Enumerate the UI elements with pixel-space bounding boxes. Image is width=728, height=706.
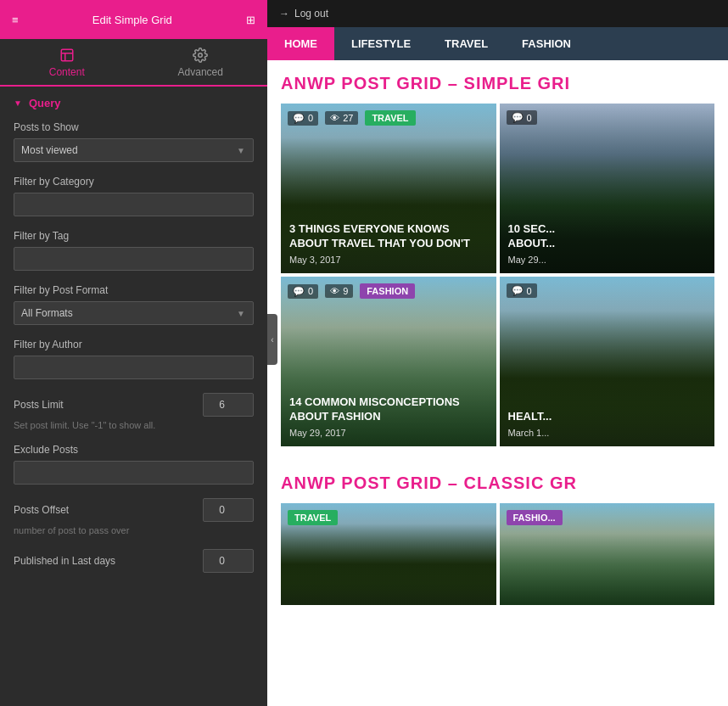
posts-limit-hint: Set post limit. Use "-1" to show all.: [14, 420, 254, 430]
post-title-2: 10 SEC...ABOUT...: [508, 222, 707, 251]
classic-post-card-1[interactable]: TRAVEL: [281, 503, 496, 605]
view-count-1: 27: [343, 113, 353, 123]
classic-grid-section: ANWP POST GRID – CLASSIC GR TRAVEL: [267, 460, 728, 619]
post-meta-top-3: 💬 0 👁 9 FASHION: [288, 283, 415, 299]
filter-by-category-group: Filter by Category: [14, 176, 254, 216]
right-panel: → Log out HOME LIFESTYLE TRAVEL FASHION …: [267, 0, 728, 706]
classic-meta-1: TRAVEL: [288, 510, 338, 525]
filter-by-author-label: Filter by Author: [14, 339, 254, 350]
view-icon-1: 👁: [330, 113, 339, 123]
left-panel: ≡ Edit Simple Grid ⊞ Content Advanced ▼ …: [0, 0, 267, 706]
filter-by-post-format-select[interactable]: All Formats Standard Image Video Gallery: [14, 301, 254, 325]
tab-advanced-label: Advanced: [178, 66, 223, 78]
filter-by-post-format-group: Filter by Post Format All Formats Standa…: [14, 284, 254, 325]
post-title-3: 14 COMMON MISCONCEPTIONS ABOUT FASHION: [289, 395, 488, 424]
svg-point-3: [199, 53, 203, 58]
category-badge-3: FASHION: [360, 283, 415, 299]
filter-by-tag-group: Filter by Tag: [14, 230, 254, 271]
hamburger-icon[interactable]: ≡: [12, 14, 19, 26]
comment-icon-1: 💬: [293, 113, 305, 124]
posts-limit-label: Posts Limit: [14, 399, 203, 411]
site-nav: HOME LIFESTYLE TRAVEL FASHION: [267, 27, 728, 60]
posts-offset-group: Posts Offset number of post to pass over: [14, 498, 254, 535]
classic-category-1: TRAVEL: [288, 510, 338, 525]
comment-count-3: 0: [308, 286, 313, 296]
query-section-label: Query: [29, 97, 61, 109]
logout-button[interactable]: → Log out: [279, 8, 328, 20]
panel-content: ▼ Query Posts to Show Most viewed Latest…: [0, 87, 267, 706]
posts-offset-input[interactable]: [203, 498, 254, 522]
post-title-4: HEALT...: [508, 410, 707, 424]
nav-item-travel[interactable]: TRAVEL: [428, 27, 505, 60]
published-in-last-days-group: Published in Last days: [14, 549, 254, 573]
tab-content[interactable]: Content: [0, 39, 134, 87]
view-badge-3: 👁 9: [325, 284, 353, 298]
comment-badge-1: 💬 0: [288, 111, 318, 126]
top-bar: ≡ Edit Simple Grid ⊞: [0, 0, 267, 39]
filter-by-post-format-label: Filter by Post Format: [14, 284, 254, 296]
panel-title: Edit Simple Grid: [92, 14, 172, 26]
svg-rect-0: [61, 49, 73, 61]
published-in-last-days-input[interactable]: [203, 549, 254, 573]
tabs: Content Advanced: [0, 39, 267, 87]
simple-grid-section: ANWP POST GRID – SIMPLE GRI 💬 0 👁: [267, 60, 728, 460]
post-date-4: March 1...: [508, 428, 707, 438]
comment-icon-3: 💬: [293, 286, 305, 297]
tab-advanced[interactable]: Advanced: [134, 39, 268, 85]
settings-icon: [193, 48, 208, 63]
post-date-2: May 29...: [508, 255, 707, 265]
comment-count-2: 0: [527, 113, 532, 123]
classic-category-2: FASHIO...: [507, 510, 563, 525]
query-section-header[interactable]: ▼ Query: [14, 97, 254, 109]
published-in-last-days-label: Published in Last days: [14, 555, 203, 567]
filter-by-author-input[interactable]: [14, 356, 254, 379]
comment-badge-3: 💬 0: [288, 284, 318, 299]
posts-limit-group: Posts Limit Set post limit. Use "-1" to …: [14, 393, 254, 430]
filter-by-author-group: Filter by Author: [14, 339, 254, 379]
filter-by-tag-label: Filter by Tag: [14, 230, 254, 242]
nav-item-lifestyle[interactable]: LIFESTYLE: [334, 27, 428, 60]
classic-grid-title: ANWP POST GRID – CLASSIC GR: [281, 473, 714, 493]
logout-label: Log out: [294, 8, 328, 20]
classic-meta-2: FASHIO...: [507, 510, 563, 525]
posts-to-show-label: Posts to Show: [14, 121, 254, 133]
exclude-posts-group: Exclude Posts: [14, 444, 254, 485]
classic-post-card-2[interactable]: FASHIO...: [500, 503, 715, 605]
exclude-posts-input[interactable]: [14, 461, 254, 485]
collapse-handle[interactable]: ‹: [267, 314, 277, 365]
post-card-1[interactable]: 💬 0 👁 27 TRAVEL 3 THINGS EVERYONE KNOWS …: [281, 104, 496, 273]
post-meta-top-1: 💬 0 👁 27 TRAVEL: [288, 110, 416, 126]
view-icon-3: 👁: [330, 286, 339, 296]
post-meta-top-4: 💬 0: [507, 283, 537, 298]
view-badge-1: 👁 27: [325, 111, 358, 125]
classic-grid-posts: TRAVEL FASHIO...: [281, 503, 714, 605]
comment-badge-4: 💬 0: [507, 283, 537, 298]
nav-item-home[interactable]: HOME: [267, 27, 334, 60]
view-count-3: 9: [343, 286, 348, 296]
tab-content-label: Content: [49, 66, 85, 78]
post-card-4[interactable]: 💬 0 HEALT... March 1...: [500, 277, 715, 446]
logout-icon: →: [279, 8, 289, 20]
post-card-3[interactable]: 💬 0 👁 9 FASHION 14 COMMON MISCONCEPTIONS…: [281, 277, 496, 446]
post-date-1: May 3, 2017: [289, 255, 488, 265]
exclude-posts-label: Exclude Posts: [14, 444, 254, 456]
category-badge-1: TRAVEL: [365, 110, 415, 126]
posts-offset-label: Posts Offset: [14, 504, 203, 516]
post-title-1: 3 THINGS EVERYONE KNOWS ABOUT TRAVEL THA…: [289, 222, 488, 251]
admin-bar: → Log out: [267, 0, 728, 27]
comment-count-1: 0: [308, 113, 313, 123]
posts-to-show-select[interactable]: Most viewed Latest Random Popular: [14, 138, 254, 162]
post-card-2[interactable]: 💬 0 10 SEC...ABOUT... May 29...: [500, 104, 715, 273]
posts-to-show-group: Posts to Show Most viewed Latest Random …: [14, 121, 254, 162]
filter-by-tag-input[interactable]: [14, 247, 254, 271]
content-icon: [59, 48, 75, 63]
simple-grid-title: ANWP POST GRID – SIMPLE GRI: [281, 74, 714, 93]
nav-item-fashion[interactable]: FASHION: [505, 27, 588, 60]
comment-icon-2: 💬: [512, 112, 524, 123]
posts-limit-input[interactable]: [203, 393, 254, 417]
comment-badge-2: 💬 0: [507, 110, 537, 125]
query-collapse-arrow: ▼: [14, 98, 22, 108]
filter-by-category-label: Filter by Category: [14, 176, 254, 188]
filter-by-category-input[interactable]: [14, 193, 254, 216]
grid-icon[interactable]: ⊞: [246, 14, 255, 26]
